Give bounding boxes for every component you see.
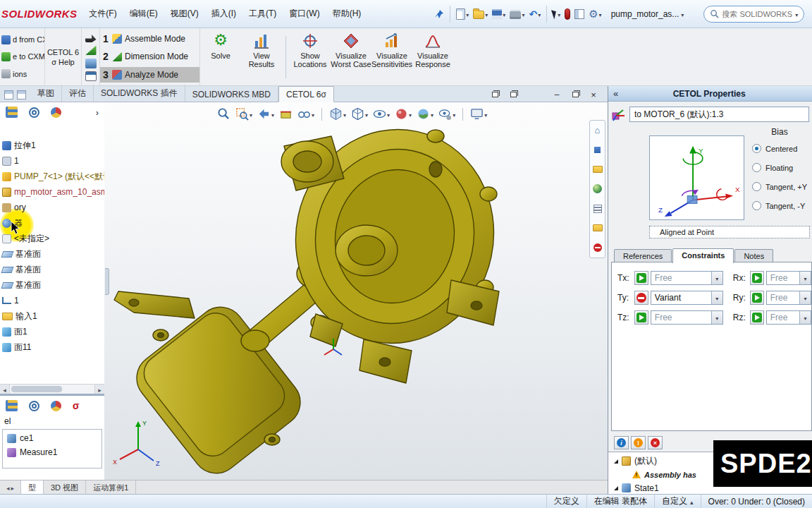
- calculator-icon[interactable]: [85, 71, 97, 81]
- tz-dropdown-icon[interactable]: [711, 311, 722, 324]
- bias-floating-radio[interactable]: Floating: [752, 163, 807, 172]
- tx-combo[interactable]: Free: [651, 271, 723, 285]
- tx-dof-button[interactable]: [634, 271, 648, 285]
- list-item-measure1[interactable]: Measure1: [3, 445, 102, 459]
- annotation-view-icon[interactable]: [297, 107, 314, 121]
- solidworks-resources-icon[interactable]: [592, 145, 603, 155]
- ry-dof-button[interactable]: [750, 291, 764, 305]
- dock-panel-icon[interactable]: [4, 90, 13, 99]
- feature-tree-icon[interactable]: [6, 400, 18, 411]
- document-switcher[interactable]: pump_motor_as...: [611, 9, 684, 19]
- tree-item-origin[interactable]: 1: [0, 293, 104, 308]
- display-manager-icon[interactable]: [51, 401, 61, 411]
- options-gear-icon[interactable]: [586, 6, 603, 22]
- menu-insert[interactable]: 插入(I): [205, 4, 242, 23]
- ty-combo[interactable]: Variant: [651, 291, 723, 305]
- aligned-at-point-field[interactable]: Aligned at Point: [649, 226, 810, 238]
- error-filter-button[interactable]: ×: [648, 436, 663, 449]
- apply-scene-icon[interactable]: [417, 107, 433, 121]
- tab-solidworks-addins[interactable]: SOLIDWORKS 插件: [94, 85, 185, 102]
- rebuild-icon[interactable]: [562, 7, 572, 21]
- menu-edit[interactable]: 编辑(E): [123, 4, 164, 23]
- visualize-response-button[interactable]: Visualize Response: [412, 28, 453, 85]
- tree-item-top-plane[interactable]: 基准面: [0, 262, 104, 277]
- pump-motor-assembly-model[interactable]: Y X Z: [104, 102, 608, 480]
- zoom-area-icon[interactable]: [235, 107, 252, 121]
- view-settings-icon[interactable]: [438, 107, 455, 121]
- rx-combo[interactable]: Free: [766, 271, 811, 285]
- tab-motion-study[interactable]: 运动算例1: [86, 480, 136, 494]
- restore-window-icon[interactable]: [570, 90, 581, 99]
- show-locations-button[interactable]: Show Locations: [290, 28, 331, 85]
- tree-item-front-plane[interactable]: 基准面: [0, 246, 104, 262]
- menu-tools[interactable]: 工具(T): [242, 4, 283, 23]
- display-style-icon[interactable]: [351, 107, 368, 121]
- feature-tree-icon[interactable]: [6, 107, 18, 118]
- model-check-icon[interactable]: [85, 59, 97, 68]
- list-item-ce1[interactable]: ce1: [3, 431, 102, 445]
- tree-item-extrude[interactable]: 拉伸1: [0, 138, 104, 153]
- property-manager-icon[interactable]: [29, 401, 39, 411]
- tree-item-motor-asm[interactable]: mp_motor_asm_10_asm: [0, 184, 104, 200]
- tab-3d-views[interactable]: 3D 视图: [44, 480, 86, 494]
- collapse-panel-icon[interactable]: [608, 88, 623, 99]
- print-icon[interactable]: [508, 8, 527, 20]
- expander-icon[interactable]: [614, 459, 618, 464]
- tab-cetol[interactable]: CETOL 6σ: [278, 86, 334, 102]
- previous-view-icon[interactable]: [257, 107, 274, 121]
- analyze-mode-button[interactable]: 3 Analyze Mode: [100, 67, 199, 83]
- dock-panel2-icon[interactable]: [17, 90, 26, 99]
- zoom-fit-icon[interactable]: [217, 107, 230, 121]
- graphics-viewport[interactable]: Y X Z: [104, 102, 608, 480]
- dimension-mode-button[interactable]: 2 Dimension Mode: [100, 49, 199, 64]
- bias-tangent-plus-y-radio[interactable]: Tangent, +Y: [752, 182, 807, 191]
- object-name-box[interactable]: to MOTOR_6 (默认):1.3: [629, 107, 809, 122]
- tab-evaluate[interactable]: 评估: [62, 85, 94, 102]
- cetol-sigma-icon[interactable]: [73, 400, 80, 411]
- tree-item-history[interactable]: ory: [0, 200, 104, 215]
- ry-combo[interactable]: Free: [766, 291, 811, 305]
- load-from-cxm-button[interactable]: d from CXM: [1, 35, 43, 44]
- options-button[interactable]: ions: [1, 69, 43, 78]
- edit-appearance-icon[interactable]: [395, 107, 412, 121]
- menu-file[interactable]: 文件(F): [82, 4, 123, 23]
- new-window-icon[interactable]: [489, 90, 500, 99]
- save-icon[interactable]: [490, 8, 508, 20]
- rx-dropdown-icon[interactable]: [799, 272, 811, 284]
- file-explorer-icon[interactable]: [592, 223, 603, 234]
- export-icon[interactable]: [85, 32, 97, 42]
- ty-dropdown-icon[interactable]: [711, 291, 722, 304]
- bias-centered-radio[interactable]: Centered: [752, 144, 807, 153]
- tree-horizontal-scrollbar[interactable]: [0, 384, 104, 394]
- visualize-worst-case-button[interactable]: Visualize Worst Case: [331, 28, 371, 85]
- full-screen-icon[interactable]: [470, 107, 487, 121]
- hide-show-items-icon[interactable]: [373, 107, 390, 121]
- search-box[interactable]: [703, 6, 804, 23]
- custom-properties-icon[interactable]: [592, 203, 603, 214]
- scrollbar-thumb[interactable]: [11, 386, 62, 392]
- search-input[interactable]: [722, 10, 792, 18]
- expand-panel-icon[interactable]: [96, 107, 99, 118]
- view-orientation-icon[interactable]: [329, 107, 346, 121]
- undo-icon[interactable]: [527, 7, 543, 21]
- tab-constraints[interactable]: Constraints: [672, 248, 734, 263]
- rz-dropdown-icon[interactable]: [799, 311, 811, 324]
- assemble-mode-button[interactable]: 1 Assemble Mode: [100, 31, 199, 47]
- bias-tangent-minus-y-radio[interactable]: Tangent, -Y: [752, 201, 807, 210]
- property-manager-icon[interactable]: [29, 107, 39, 118]
- tree-item-right-plane[interactable]: 基准面: [0, 277, 104, 293]
- view-results-button[interactable]: View Results: [241, 28, 282, 85]
- tree-item-input1[interactable]: 输入1: [0, 308, 104, 324]
- tz-dof-button[interactable]: [634, 310, 648, 325]
- open-icon[interactable]: [471, 7, 490, 20]
- select-cursor-icon[interactable]: [550, 8, 562, 20]
- tab-notes[interactable]: Notes: [734, 249, 773, 262]
- panel-splitter[interactable]: [105, 268, 109, 295]
- design-library-icon[interactable]: [592, 164, 603, 175]
- tab-model[interactable]: 型: [21, 480, 44, 494]
- close-window-icon[interactable]: [588, 90, 599, 99]
- visualize-sensitivities-button[interactable]: Visualize Sensitivities: [371, 28, 412, 85]
- task-pane-icon[interactable]: [572, 8, 586, 20]
- info-filter-button[interactable]: i: [614, 436, 629, 449]
- forum-icon[interactable]: [592, 243, 603, 253]
